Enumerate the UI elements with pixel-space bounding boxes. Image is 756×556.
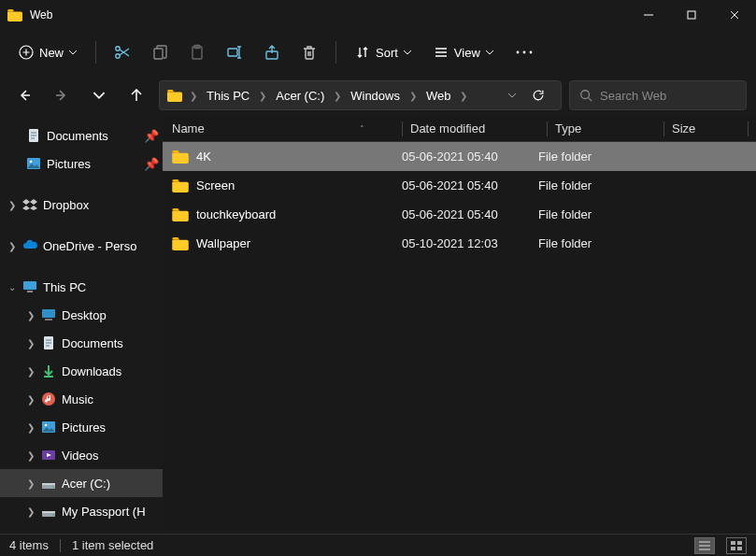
- sidebar-item-documents[interactable]: ❯Documents: [0, 329, 163, 357]
- arrow-right-icon: [55, 89, 68, 102]
- drive-icon: [41, 476, 56, 491]
- sidebar-item-onedrive[interactable]: ❯ OneDrive - Perso: [0, 232, 163, 260]
- arrow-left-icon: [18, 89, 31, 102]
- sort-button[interactable]: Sort: [346, 39, 421, 65]
- sidebar-item-my-passport-h[interactable]: ❯My Passport (H: [0, 497, 163, 525]
- file-name: touchkeyboard: [196, 207, 276, 221]
- icons-view-button[interactable]: [726, 537, 747, 554]
- copy-button[interactable]: [143, 36, 177, 69]
- minimize-button[interactable]: [627, 0, 670, 30]
- breadcrumb[interactable]: ❯ This PC ❯ Acer (C:) ❯ Windows ❯ Web ❯: [159, 80, 562, 110]
- sidebar-item-dropbox[interactable]: ❯ Dropbox: [0, 191, 163, 219]
- down-icon: [41, 364, 56, 378]
- chevron-right-icon: ❯: [26, 450, 36, 461]
- pic-icon: [41, 420, 56, 435]
- close-button[interactable]: [713, 0, 756, 30]
- column-size[interactable]: Size: [672, 121, 748, 135]
- sidebar-item-pictures[interactable]: ❯Pictures: [0, 413, 163, 441]
- clipboard-icon: [189, 44, 206, 61]
- breadcrumb-item[interactable]: Web: [422, 87, 455, 105]
- chevron-right-icon: ❯: [26, 366, 36, 377]
- chevron-right-icon: ❯: [7, 241, 17, 251]
- file-type: File folder: [538, 207, 647, 221]
- forward-button[interactable]: [47, 80, 77, 110]
- toolbar: New Sort View: [0, 30, 756, 75]
- file-date: 05-10-2021 12:03: [402, 236, 538, 250]
- search-input[interactable]: Search Web: [569, 80, 747, 110]
- svg-point-12: [581, 91, 590, 99]
- chevron-right-icon: ❯: [188, 91, 199, 101]
- content-area: Name˄ Date modified Type Size 4K05-06-20…: [163, 116, 756, 534]
- chevron-right-icon: ❯: [26, 338, 36, 349]
- sidebar-item-downloads[interactable]: ❯Downloads: [0, 357, 163, 385]
- file-row[interactable]: Wallpaper05-10-2021 12:03File folder: [163, 229, 756, 258]
- file-name: Screen: [196, 178, 235, 192]
- file-date: 05-06-2021 05:40: [402, 150, 538, 164]
- sidebar-item-desktop[interactable]: ❯Desktop: [0, 301, 163, 329]
- file-name: 4K: [196, 150, 211, 164]
- new-button[interactable]: New: [9, 39, 86, 65]
- sidebar-item-music[interactable]: ❯Music: [0, 385, 163, 413]
- share-button[interactable]: [255, 36, 289, 69]
- refresh-button[interactable]: [523, 80, 553, 110]
- chevron-right-icon: ❯: [458, 91, 469, 101]
- folder-icon: [172, 237, 189, 250]
- pictures-icon: [26, 156, 41, 171]
- file-type: File folder: [538, 150, 647, 164]
- sidebar-item-videos[interactable]: ❯Videos: [0, 441, 163, 469]
- svg-point-27: [52, 486, 54, 488]
- statusbar: 4 items 1 item selected: [0, 534, 756, 556]
- view-icon: [434, 45, 449, 60]
- svg-rect-7: [228, 49, 237, 56]
- doc-icon: [41, 335, 56, 350]
- addressbar: ❯ This PC ❯ Acer (C:) ❯ Windows ❯ Web ❯ …: [0, 75, 756, 116]
- svg-point-10: [522, 51, 525, 54]
- chevron-right-icon: ❯: [407, 91, 419, 101]
- svg-point-2: [116, 54, 120, 58]
- up-button[interactable]: [121, 80, 151, 110]
- chevron-down-icon[interactable]: [508, 93, 516, 98]
- rename-icon: [226, 44, 243, 61]
- column-type[interactable]: Type: [555, 121, 663, 135]
- column-name[interactable]: Name˄: [172, 121, 402, 135]
- chevron-down-icon: [69, 50, 77, 55]
- chevron-down-icon: [93, 89, 106, 102]
- chevron-right-icon: ❯: [7, 200, 17, 210]
- status-count: 4 items: [9, 538, 49, 552]
- svg-rect-29: [42, 511, 55, 513]
- sidebar-item-thispc[interactable]: ⌄ This PC: [0, 273, 163, 301]
- svg-point-15: [30, 161, 33, 164]
- sidebar-item-documents[interactable]: Documents 📌: [0, 121, 163, 150]
- back-button[interactable]: [9, 80, 39, 110]
- view-label: View: [454, 46, 480, 60]
- column-date[interactable]: Date modified: [410, 121, 547, 135]
- dropbox-icon: [22, 197, 37, 212]
- svg-rect-17: [27, 291, 33, 292]
- maximize-button[interactable]: [670, 0, 713, 30]
- cut-button[interactable]: [106, 36, 139, 69]
- breadcrumb-item[interactable]: This PC: [203, 87, 253, 105]
- recent-button[interactable]: [84, 80, 114, 110]
- file-row[interactable]: touchkeyboard05-06-2021 05:40File folder: [163, 200, 756, 229]
- view-button[interactable]: View: [424, 39, 503, 65]
- rename-button[interactable]: [218, 36, 251, 69]
- file-row[interactable]: 4K05-06-2021 05:40File folder: [163, 142, 756, 171]
- more-button[interactable]: [506, 45, 542, 60]
- file-row[interactable]: Screen05-06-2021 05:40File folder: [163, 171, 756, 200]
- details-view-button[interactable]: [694, 537, 715, 554]
- svg-point-9: [516, 51, 519, 54]
- sort-icon: [355, 45, 370, 60]
- sidebar-item-acer-c-[interactable]: ❯Acer (C:): [0, 469, 163, 497]
- svg-rect-4: [154, 49, 163, 59]
- chevron-right-icon: ❯: [26, 394, 36, 405]
- search-placeholder: Search Web: [600, 89, 666, 103]
- breadcrumb-item[interactable]: Acer (C:): [272, 87, 328, 105]
- ellipsis-icon: [516, 50, 533, 54]
- video-icon: [41, 448, 56, 463]
- delete-button[interactable]: [292, 36, 326, 69]
- paste-button[interactable]: [180, 36, 214, 69]
- file-date: 05-06-2021 05:40: [402, 178, 538, 192]
- breadcrumb-item[interactable]: Windows: [347, 87, 404, 105]
- sidebar-item-pictures[interactable]: Pictures 📌: [0, 150, 163, 178]
- folder-icon: [7, 9, 22, 21]
